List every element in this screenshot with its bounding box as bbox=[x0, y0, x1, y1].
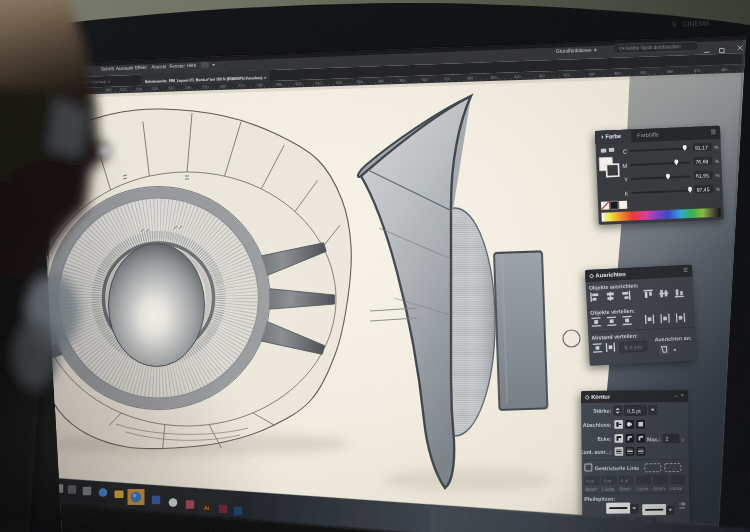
svg-text:Y: Y bbox=[624, 177, 628, 183]
svg-text:Objekte verteilen:: Objekte verteilen: bbox=[590, 308, 635, 316]
svg-text:390: 390 bbox=[490, 76, 496, 80]
svg-text:Stärke:: Stärke: bbox=[593, 408, 611, 414]
svg-text:Hilfe: Hilfe bbox=[187, 63, 197, 68]
svg-text:Fenster: Fenster bbox=[169, 63, 185, 69]
svg-text:%: % bbox=[715, 173, 720, 178]
svg-text:480: 480 bbox=[721, 68, 727, 72]
svg-text:61,95: 61,95 bbox=[696, 172, 709, 179]
svg-text:0 pt: 0 pt bbox=[586, 479, 594, 484]
svg-text:⇅ 0 mm: ⇅ 0 mm bbox=[624, 344, 642, 351]
svg-text:Ecke:: Ecke: bbox=[597, 436, 611, 442]
svg-text:Lücke: Lücke bbox=[670, 486, 683, 491]
svg-text:97,45: 97,45 bbox=[696, 186, 709, 193]
svg-text:Effekt: Effekt bbox=[135, 65, 148, 70]
svg-text:450: 450 bbox=[640, 71, 646, 75]
svg-text:x: x bbox=[681, 437, 684, 442]
svg-text:100%: 100% bbox=[638, 520, 652, 526]
svg-text:%: % bbox=[714, 145, 719, 150]
svg-text:Gestrichelte Linie: Gestrichelte Linie bbox=[595, 465, 640, 471]
svg-text:Skalieren:: Skalieren: bbox=[581, 520, 604, 526]
svg-text:370: 370 bbox=[444, 77, 450, 81]
svg-text:380: 380 bbox=[467, 76, 473, 80]
svg-text:Strich: Strich bbox=[653, 486, 665, 491]
svg-text:0,5 pt: 0,5 pt bbox=[627, 408, 641, 414]
svg-text:S CINEMA: S CINEMA bbox=[670, 20, 710, 28]
svg-text:Objekte ausrichten:: Objekte ausrichten: bbox=[589, 282, 639, 291]
svg-text:410: 410 bbox=[539, 74, 545, 78]
svg-text:2: 2 bbox=[665, 436, 668, 442]
svg-text:Abschluss:: Abschluss: bbox=[583, 422, 612, 428]
svg-text:%: % bbox=[715, 159, 720, 164]
svg-text:460: 460 bbox=[667, 70, 673, 74]
svg-text:440: 440 bbox=[614, 71, 620, 75]
svg-text:430: 430 bbox=[589, 72, 595, 76]
svg-text:470: 470 bbox=[694, 69, 700, 73]
svg-text:Lücke: Lücke bbox=[602, 487, 615, 492]
svg-text:0 pt: 0 pt bbox=[604, 478, 612, 483]
svg-text:Strich: Strich bbox=[619, 486, 631, 491]
svg-text:Lücke: Lücke bbox=[636, 486, 649, 491]
svg-text:Auswahl: Auswahl bbox=[116, 65, 134, 71]
svg-text:0 pt: 0 pt bbox=[621, 478, 629, 483]
svg-text:M: M bbox=[622, 163, 627, 169]
svg-text:%: % bbox=[716, 187, 721, 192]
svg-text:100%: 100% bbox=[610, 520, 624, 526]
svg-text:K: K bbox=[625, 191, 629, 197]
svg-text:420: 420 bbox=[563, 73, 569, 77]
svg-text:400: 400 bbox=[514, 75, 520, 79]
svg-text:Abstand verteilen:: Abstand verteilen: bbox=[591, 332, 638, 340]
svg-text:C: C bbox=[623, 149, 627, 155]
svg-text:Kont. ausr...:: Kont. ausr...: bbox=[581, 449, 612, 455]
svg-text:Max.:: Max.: bbox=[647, 436, 661, 442]
svg-text:Strich: Strich bbox=[585, 487, 597, 492]
svg-text:Schrift: Schrift bbox=[101, 66, 115, 71]
svg-text:Ausrichten an:: Ausrichten an: bbox=[654, 335, 692, 343]
svg-text:Pfeilspitzen:: Pfeilspitzen: bbox=[584, 496, 615, 502]
svg-text:Ansicht: Ansicht bbox=[151, 64, 167, 70]
svg-text:Ai: Ai bbox=[204, 505, 209, 511]
svg-text:76,69: 76,69 bbox=[695, 158, 708, 165]
svg-text:91,17: 91,17 bbox=[695, 144, 708, 151]
